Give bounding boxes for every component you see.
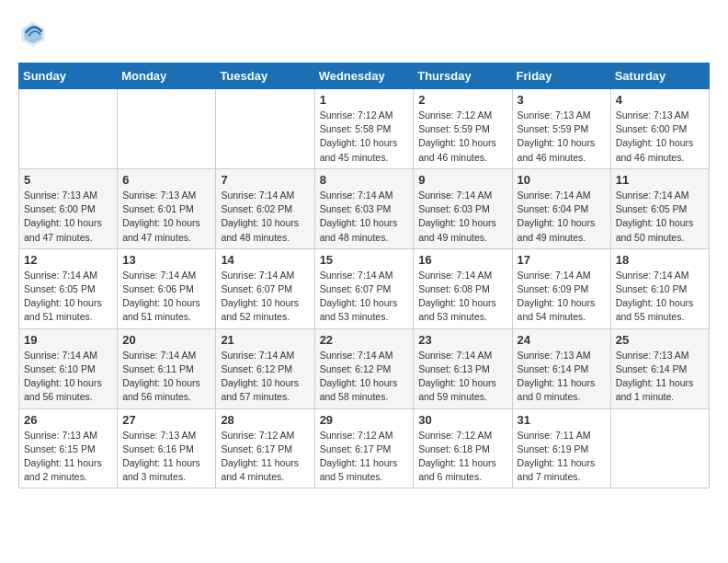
calendar-cell: 2Sunrise: 7:12 AM Sunset: 5:59 PM Daylig… [414,89,512,169]
day-number: 12 [24,253,112,267]
day-number: 17 [518,253,606,267]
day-info: Sunrise: 7:14 AM Sunset: 6:12 PM Dayligh… [221,349,309,405]
day-number: 5 [24,173,112,187]
calendar-week-row: 1Sunrise: 7:12 AM Sunset: 5:58 PM Daylig… [19,89,710,169]
day-info: Sunrise: 7:14 AM Sunset: 6:11 PM Dayligh… [122,349,210,405]
calendar-cell: 22Sunrise: 7:14 AM Sunset: 6:12 PM Dayli… [314,328,414,408]
calendar-cell: 23Sunrise: 7:14 AM Sunset: 6:13 PM Dayli… [414,328,512,408]
calendar-cell: 28Sunrise: 7:12 AM Sunset: 6:17 PM Dayli… [216,408,314,488]
day-number: 25 [616,333,704,347]
day-info: Sunrise: 7:12 AM Sunset: 6:18 PM Dayligh… [418,429,506,485]
day-info: Sunrise: 7:14 AM Sunset: 6:05 PM Dayligh… [24,269,112,325]
day-number: 14 [221,253,309,267]
day-number: 8 [320,173,409,187]
day-info: Sunrise: 7:12 AM Sunset: 6:17 PM Dayligh… [221,429,309,485]
calendar-cell [118,89,216,169]
day-info: Sunrise: 7:13 AM Sunset: 6:14 PM Dayligh… [616,349,704,405]
day-number: 18 [616,253,704,267]
day-info: Sunrise: 7:14 AM Sunset: 6:03 PM Dayligh… [320,189,409,245]
day-info: Sunrise: 7:13 AM Sunset: 6:01 PM Dayligh… [122,189,210,245]
day-of-week-header: Wednesday [314,63,414,89]
calendar-cell [610,408,709,488]
day-number: 26 [24,413,112,427]
calendar-cell: 29Sunrise: 7:12 AM Sunset: 6:17 PM Dayli… [314,408,414,488]
day-number: 10 [518,173,606,187]
day-number: 6 [122,173,210,187]
day-number: 9 [418,173,506,187]
calendar-cell: 20Sunrise: 7:14 AM Sunset: 6:11 PM Dayli… [118,328,216,408]
day-info: Sunrise: 7:12 AM Sunset: 5:59 PM Dayligh… [418,109,506,165]
day-number: 3 [518,93,606,107]
day-info: Sunrise: 7:11 AM Sunset: 6:19 PM Dayligh… [518,429,606,485]
day-info: Sunrise: 7:14 AM Sunset: 6:02 PM Dayligh… [221,189,309,245]
day-info: Sunrise: 7:14 AM Sunset: 6:04 PM Dayligh… [518,189,606,245]
calendar-cell: 11Sunrise: 7:14 AM Sunset: 6:05 PM Dayli… [610,168,709,248]
calendar-cell: 19Sunrise: 7:14 AM Sunset: 6:10 PM Dayli… [19,328,118,408]
day-info: Sunrise: 7:12 AM Sunset: 6:17 PM Dayligh… [320,429,409,485]
calendar-cell: 8Sunrise: 7:14 AM Sunset: 6:03 PM Daylig… [314,168,414,248]
calendar-week-row: 19Sunrise: 7:14 AM Sunset: 6:10 PM Dayli… [19,328,710,408]
calendar-cell: 10Sunrise: 7:14 AM Sunset: 6:04 PM Dayli… [512,168,610,248]
calendar-week-row: 5Sunrise: 7:13 AM Sunset: 6:00 PM Daylig… [19,168,710,248]
calendar-cell: 7Sunrise: 7:14 AM Sunset: 6:02 PM Daylig… [216,168,314,248]
day-number: 27 [122,413,210,427]
day-info: Sunrise: 7:14 AM Sunset: 6:06 PM Dayligh… [122,269,210,325]
day-info: Sunrise: 7:13 AM Sunset: 5:59 PM Dayligh… [518,109,606,165]
day-info: Sunrise: 7:14 AM Sunset: 6:10 PM Dayligh… [616,269,704,325]
calendar-week-row: 12Sunrise: 7:14 AM Sunset: 6:05 PM Dayli… [19,248,710,328]
calendar-cell: 27Sunrise: 7:13 AM Sunset: 6:16 PM Dayli… [118,408,216,488]
day-of-week-header: Friday [512,63,610,89]
day-number: 24 [518,333,606,347]
day-of-week-header: Monday [118,63,216,89]
day-of-week-header: Tuesday [216,63,314,89]
calendar-cell: 3Sunrise: 7:13 AM Sunset: 5:59 PM Daylig… [512,89,610,169]
day-number: 1 [320,93,409,107]
calendar-cell: 13Sunrise: 7:14 AM Sunset: 6:06 PM Dayli… [118,248,216,328]
day-info: Sunrise: 7:13 AM Sunset: 6:00 PM Dayligh… [616,109,704,165]
calendar-cell [19,89,118,169]
day-number: 30 [418,413,506,427]
calendar-cell: 24Sunrise: 7:13 AM Sunset: 6:14 PM Dayli… [512,328,610,408]
calendar-cell: 31Sunrise: 7:11 AM Sunset: 6:19 PM Dayli… [512,408,610,488]
calendar-cell: 5Sunrise: 7:13 AM Sunset: 6:00 PM Daylig… [19,168,118,248]
day-number: 19 [24,333,112,347]
calendar-cell: 16Sunrise: 7:14 AM Sunset: 6:08 PM Dayli… [414,248,512,328]
day-info: Sunrise: 7:13 AM Sunset: 6:00 PM Dayligh… [24,189,112,245]
day-info: Sunrise: 7:14 AM Sunset: 6:03 PM Dayligh… [418,189,506,245]
calendar-cell: 12Sunrise: 7:14 AM Sunset: 6:05 PM Dayli… [19,248,118,328]
page-header [18,18,710,48]
day-info: Sunrise: 7:14 AM Sunset: 6:13 PM Dayligh… [418,349,506,405]
day-number: 20 [122,333,210,347]
day-number: 4 [616,93,704,107]
day-info: Sunrise: 7:14 AM Sunset: 6:07 PM Dayligh… [320,269,409,325]
day-number: 31 [518,413,606,427]
calendar-cell: 9Sunrise: 7:14 AM Sunset: 6:03 PM Daylig… [414,168,512,248]
calendar-week-row: 26Sunrise: 7:13 AM Sunset: 6:15 PM Dayli… [19,408,710,488]
logo [18,18,51,48]
day-number: 11 [616,173,704,187]
calendar-header-row: SundayMondayTuesdayWednesdayThursdayFrid… [19,63,710,89]
calendar-cell: 14Sunrise: 7:14 AM Sunset: 6:07 PM Dayli… [216,248,314,328]
day-info: Sunrise: 7:13 AM Sunset: 6:15 PM Dayligh… [24,429,112,485]
calendar-cell: 25Sunrise: 7:13 AM Sunset: 6:14 PM Dayli… [610,328,709,408]
logo-icon [18,18,48,48]
day-number: 7 [221,173,309,187]
day-number: 21 [221,333,309,347]
calendar-cell: 18Sunrise: 7:14 AM Sunset: 6:10 PM Dayli… [610,248,709,328]
calendar-cell [216,89,314,169]
day-number: 22 [320,333,409,347]
day-of-week-header: Thursday [414,63,512,89]
day-info: Sunrise: 7:14 AM Sunset: 6:10 PM Dayligh… [24,349,112,405]
day-number: 15 [320,253,409,267]
calendar-cell: 1Sunrise: 7:12 AM Sunset: 5:58 PM Daylig… [314,89,414,169]
day-info: Sunrise: 7:14 AM Sunset: 6:12 PM Dayligh… [320,349,409,405]
day-number: 16 [418,253,506,267]
calendar-cell: 26Sunrise: 7:13 AM Sunset: 6:15 PM Dayli… [19,408,118,488]
calendar-cell: 4Sunrise: 7:13 AM Sunset: 6:00 PM Daylig… [610,89,709,169]
day-number: 13 [122,253,210,267]
calendar-cell: 30Sunrise: 7:12 AM Sunset: 6:18 PM Dayli… [414,408,512,488]
calendar-cell: 17Sunrise: 7:14 AM Sunset: 6:09 PM Dayli… [512,248,610,328]
day-number: 23 [418,333,506,347]
day-info: Sunrise: 7:14 AM Sunset: 6:08 PM Dayligh… [418,269,506,325]
day-info: Sunrise: 7:14 AM Sunset: 6:07 PM Dayligh… [221,269,309,325]
